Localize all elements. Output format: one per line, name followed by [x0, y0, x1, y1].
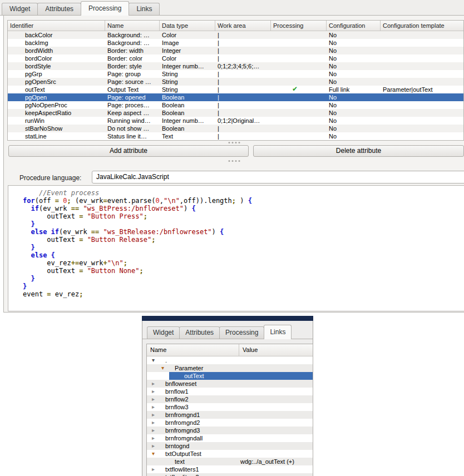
links-window-tab-widget[interactable]: Widget — [147, 326, 180, 339]
cell-id: bordStyle — [8, 62, 105, 70]
code-token: event — [23, 290, 47, 298]
attr-row-pgOpenSrc[interactable]: pgOpenSrcPage: source …String|No — [8, 78, 463, 86]
attr-row-runWin[interactable]: runWinRunning wind…Integer numb…0;1;2|Or… — [8, 117, 463, 125]
column-header-processing[interactable]: Processing — [271, 21, 327, 31]
cell-proc — [271, 54, 327, 62]
chevron-right-icon[interactable]: ▸ — [150, 380, 159, 388]
cell-area: | — [215, 132, 271, 140]
link-tree-item-bnflowreset[interactable]: ▸bnflowreset — [147, 380, 313, 388]
links-window-titlebar[interactable] — [142, 316, 313, 321]
chevron-down-icon[interactable]: ▾ — [150, 450, 159, 458]
attr-row-pgNoOpenProc[interactable]: pgNoOpenProcPage: proces…Boolean|No — [8, 101, 463, 109]
attr-row-keepAspectRatio[interactable]: keepAspectRatioKeep aspect …Boolean|No — [8, 109, 463, 117]
link-tree-item-brnfromgnd2[interactable]: ▸brnfromgnd2 — [147, 419, 313, 427]
code-token — [23, 220, 31, 228]
cell-type: Text — [160, 132, 215, 140]
code-line: } — [23, 275, 464, 282]
cell-area: | — [215, 70, 271, 78]
main-tab-widget[interactable]: Widget — [2, 3, 38, 15]
tree-indent — [147, 458, 160, 465]
link-tree-item-parameter[interactable]: ▾Parameter — [147, 364, 313, 372]
main-tab-processing[interactable]: Processing — [81, 1, 129, 16]
attr-row-bordColor[interactable]: bordColorBorder: colorColor|No — [8, 54, 463, 62]
chevron-down-icon[interactable]: ▾ — [150, 356, 159, 364]
tree-item-label: text — [168, 458, 185, 465]
link-tree-item-txtoutputtest[interactable]: ▾txtOutputTest — [147, 450, 313, 458]
chevron-right-icon[interactable]: ▸ — [150, 442, 159, 450]
link-tree-item-brntognd[interactable]: ▸brntognd — [147, 442, 313, 450]
link-tree-item-brnflow3[interactable]: ▸brnflow3 — [147, 403, 313, 411]
chevron-down-icon[interactable]: ▾ — [160, 364, 168, 372]
code-token — [47, 228, 51, 236]
link-tree-item-txtflowliters1[interactable]: ▸txtflowliters1 — [147, 465, 313, 473]
main-tab-attributes[interactable]: Attributes — [37, 3, 81, 15]
add-attribute-button[interactable]: Add attribute — [8, 145, 249, 157]
chevron-right-icon[interactable]: ▸ — [150, 395, 159, 403]
attr-row-statLine[interactable]: statLineStatus line it…Text|No — [8, 132, 463, 140]
column-header-identifier[interactable]: Identifier — [8, 21, 105, 31]
cell-name: Border: color — [105, 54, 160, 62]
cell-id: pgNoOpenProc — [8, 101, 105, 109]
column-header-configuration-template[interactable]: Configuration template — [381, 21, 463, 31]
chevron-right-icon[interactable]: ▸ — [150, 403, 159, 411]
attr-row-bordWidth[interactable]: bordWidthBorder: widthInteger|No — [8, 47, 463, 54]
splitter-handle[interactable] — [229, 142, 240, 143]
column-header-work-area[interactable]: Work area — [215, 21, 271, 31]
main-tab-links[interactable]: Links — [129, 3, 160, 15]
link-tree-item-brnfromgnd3[interactable]: ▸brnfromgnd3 — [147, 427, 313, 434]
chevron-right-icon[interactable]: ▸ — [150, 465, 159, 473]
cell-type: Color — [160, 54, 215, 62]
attr-row-pgGrp[interactable]: pgGrpPage: groupString|No — [8, 70, 463, 78]
code-token: { — [191, 205, 195, 212]
cell-type: Image — [160, 39, 215, 47]
links-window-tab-attributes[interactable]: Attributes — [179, 326, 220, 339]
code-token: if — [51, 228, 59, 236]
cell-proc — [271, 125, 327, 132]
column-header-name[interactable]: Name — [105, 21, 160, 31]
chevron-right-icon[interactable]: ▸ — [150, 388, 159, 395]
links-column-header-name[interactable]: Name — [147, 344, 239, 356]
code-line: event = ev_rez; — [23, 290, 464, 298]
attr-row-bordStyle[interactable]: bordStyleBorder: styleInteger numb…0;1;2… — [8, 62, 463, 70]
link-tree-item-brnfromgndall[interactable]: ▸brnfromgndall — [147, 434, 313, 442]
column-header-data-type[interactable]: Data type — [160, 21, 215, 31]
attr-row-pgOpen[interactable]: pgOpenPage: openedBoolean|No — [8, 93, 463, 101]
code-token — [47, 251, 51, 259]
chevron-right-icon[interactable]: ▸ — [150, 434, 159, 442]
link-tree-item-outtext[interactable]: outText — [147, 372, 313, 380]
procedure-language-select[interactable]: JavaLikeCalc.JavaScript — [92, 171, 464, 184]
procedure-code-editor[interactable]: //Event processfor(off = 0; (ev_wrk=even… — [8, 185, 464, 311]
attr-row-backImg[interactable]: backImgBackground: …Image|No — [8, 39, 463, 47]
code-token — [51, 290, 55, 298]
chevron-right-icon[interactable]: ▸ — [150, 427, 159, 434]
link-tree-item-brnflow1[interactable]: ▸brnflow1 — [147, 388, 313, 395]
cell-tmpl — [381, 31, 463, 39]
code-token: "ws_BtPress:/bnflowreset" — [83, 205, 184, 212]
cell-id: pgGrp — [8, 70, 105, 78]
attr-row-backColor[interactable]: backColorBackground: …Color|No — [8, 31, 463, 39]
link-tree-item-brnfromgnd1[interactable]: ▸brnfromgnd1 — [147, 411, 313, 419]
code-token: { — [248, 197, 252, 205]
tree-item-label: txtOutputTest — [159, 450, 201, 458]
delete-attribute-button[interactable]: Delete attribute — [253, 145, 464, 157]
link-tree-item-brnflow2[interactable]: ▸brnflow2 — [147, 395, 313, 403]
code-token: ) — [184, 205, 191, 212]
splitter-handle[interactable] — [229, 160, 240, 162]
links-window-tab-links[interactable]: Links — [264, 325, 292, 339]
code-line: } — [23, 282, 464, 290]
chevron-right-icon[interactable]: ▸ — [150, 419, 159, 427]
code-token — [23, 228, 31, 236]
chevron-right-icon[interactable]: ▸ — [150, 473, 159, 476]
links-column-header-value[interactable]: Value — [239, 344, 313, 356]
attr-row-outText[interactable]: outTextOutput TextString|✔Full linkParam… — [8, 86, 463, 93]
chevron-right-icon[interactable]: ▸ — [150, 411, 159, 419]
tree-item-label: . — [159, 356, 167, 364]
link-tree-item-root[interactable]: ▾. — [147, 356, 313, 364]
column-header-configuration[interactable]: Configuration — [327, 21, 381, 31]
link-tree-item-text[interactable]: textwdg:../a_outText (+) — [147, 458, 313, 465]
code-line: } — [23, 244, 464, 251]
cell-id: backColor — [8, 31, 105, 39]
links-window-tab-processing[interactable]: Processing — [219, 326, 264, 339]
attr-row-stBarNoShow[interactable]: stBarNoShowDo not show …Boolean|No — [8, 125, 463, 132]
link-tree-item-txtflowliters2[interactable]: ▸txtflowliters2 — [147, 473, 313, 476]
